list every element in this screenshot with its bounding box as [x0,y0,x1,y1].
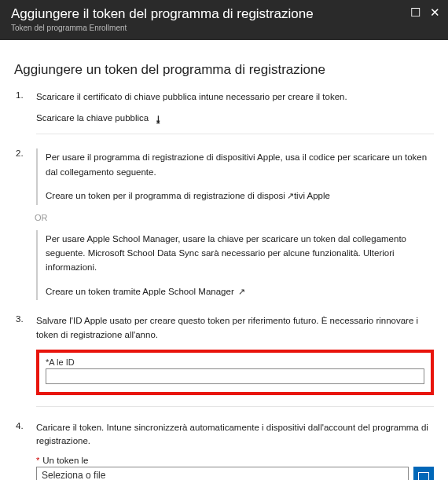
step2-box2-link-line: Creare un token tramite Apple School Man… [46,284,434,299]
apple-id-label: *A le ID [46,357,424,367]
create-asm-token-link[interactable]: Creare un token tramite Apple School Man… [46,287,234,296]
maximize-icon[interactable]: ☐ [410,6,420,18]
step2-box2: Per usare Apple School Manager, usare la… [36,230,434,301]
file-row: Seleziona o file [36,467,434,480]
apple-id-input[interactable] [46,368,424,384]
step2-box1-text: Per usare il programma di registrazione … [46,150,434,179]
step-4: Caricare il token. Intune sincronizzerà … [14,421,434,480]
step1-text: Scaricare il certificato di chiave pubbl… [36,90,434,104]
step2-box1-link-line: Creare un token per il programma di regi… [46,189,434,203]
step2-box2-text: Per usare Apple School Manager, usare la… [46,232,434,275]
step1-link-line: Scaricare la chiave pubblica ⭳ [36,113,434,123]
content-area: Aggiungere un token del programma di reg… [0,40,448,480]
step2-box1: Per usare il programma di registrazione … [36,148,434,204]
token-label-row: * Un token le [36,456,434,465]
external-link-icon: ↗ [287,189,294,203]
header-controls: ☐ ✕ [410,6,440,18]
or-separator: OR [35,213,434,222]
apple-id-highlight-box: *A le ID [36,350,434,395]
section-title: Aggiungere un token del programma di reg… [14,62,434,78]
download-public-key-link[interactable]: Scaricare la chiave pubblica [36,113,149,123]
file-path-display[interactable]: Seleziona o file [36,467,409,480]
download-icon[interactable]: ⭳ [154,115,163,124]
folder-icon [418,472,429,480]
header-subtitle: Token del programma Enrollment [11,24,437,32]
token-label: Un token le [42,456,88,465]
external-link-icon: ↗ [238,285,245,299]
close-icon[interactable]: ✕ [430,6,440,18]
panel-header: Aggiungere il token del programma di reg… [0,0,448,40]
step3-text: Salvare l'ID Apple usato per creare ques… [36,314,434,342]
step-3: Salvare l'ID Apple usato per creare ques… [14,314,434,407]
step4-text: Caricare il token. Intune sincronizzerà … [36,421,434,449]
required-indicator: * [36,456,39,465]
divider [36,134,434,134]
browse-file-button[interactable] [413,467,434,480]
header-title: Aggiungere il token del programma di reg… [11,6,437,22]
steps-list: Scaricare il certificato di chiave pubbl… [14,90,434,480]
divider [36,406,434,407]
step-2: Per usare il programma di registrazione … [14,148,434,300]
create-dep-token-link[interactable]: Creare un token per il programma di regi… [46,191,330,200]
step-1: Scaricare il certificato di chiave pubbl… [14,90,434,134]
